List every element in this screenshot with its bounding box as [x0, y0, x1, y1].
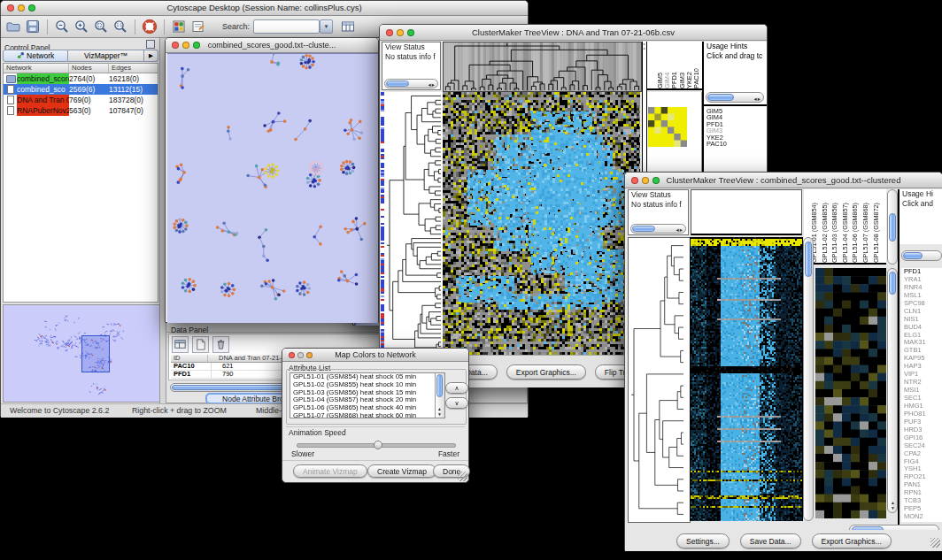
scroll-arrows[interactable]: ◂▸ [428, 81, 436, 88]
main-titlebar[interactable]: Cytoscape Desktop (Session Name: collins… [1, 1, 528, 16]
dna-column-label[interactable]: YKE2 [686, 44, 693, 88]
dna-column-label[interactable]: PAC10 [693, 44, 700, 88]
scroll-thumb[interactable] [903, 252, 923, 259]
tab-vizmapper[interactable]: VizMapper™ [68, 50, 144, 62]
search-dropdown-button[interactable]: ▼ [320, 19, 333, 34]
combined-zoom-heatmap[interactable] [815, 268, 886, 518]
attribute-up-button[interactable]: ∧ [445, 382, 468, 394]
float-panel-icon[interactable] [146, 40, 155, 49]
network-table-header[interactable]: Network Nodes Edges [4, 64, 158, 73]
scroll-thumb[interactable] [805, 242, 812, 277]
dna-column-label[interactable]: GIM3 [679, 44, 686, 88]
scroll-arrows[interactable]: ◂▸ [676, 226, 683, 234]
combined-column-label[interactable]: GPL51-08 (GSM872) [871, 191, 882, 263]
treeview-action-button[interactable]: Export Graphics... [812, 533, 892, 548]
tab-network[interactable]: Network [3, 50, 68, 62]
zoom-button[interactable] [407, 29, 414, 36]
attribute-item[interactable]: GPL51-01 (GSM854) heat shock 05 min [290, 373, 444, 381]
open-file-icon[interactable] [5, 19, 21, 35]
scroll-thumb[interactable] [632, 226, 655, 232]
treeview-dna-titlebar[interactable]: ClusterMaker TreeView : DNA and Tran 07-… [380, 25, 767, 41]
zoom-button[interactable] [193, 42, 200, 49]
combined-row-dendrogram[interactable] [628, 237, 691, 523]
combined-column-label[interactable]: GPL51-03 (GSM856) [830, 191, 840, 263]
resize-grip[interactable] [458, 472, 467, 481]
network-table-row[interactable]: combined_sco 2569(6) 13112(15) [4, 84, 158, 95]
combined-column-label[interactable]: GPL51-02 (GSM855) [820, 191, 830, 263]
attribute-list-vscrollbar[interactable]: ▲▼ [435, 373, 444, 418]
scroll-arrows[interactable]: ◂▸ [753, 95, 761, 103]
close-button[interactable] [631, 177, 638, 184]
scroll-arrows[interactable]: ▲▼ [891, 500, 895, 510]
treeview-combined-titlebar[interactable]: ClusterMaker TreeView : combined_scores_… [625, 173, 942, 188]
tab-overflow-button[interactable]: ▶ [144, 50, 158, 62]
animate-vizmap-button[interactable]: Animate Vizmap [293, 464, 367, 478]
resize-grip[interactable] [930, 538, 940, 548]
zoom-selected-icon[interactable] [93, 19, 109, 35]
network-overview-canvas[interactable] [4, 305, 159, 402]
labels-vscrollbar[interactable] [887, 189, 898, 265]
zoom-button[interactable] [28, 4, 35, 12]
view-status-scrollbar[interactable]: ◂▸ [630, 224, 686, 234]
attribute-item[interactable]: GPL51-06 (GSM865) heat shock 40 min [290, 404, 444, 412]
view-status-scrollbar[interactable]: ◂▸ [384, 79, 438, 88]
window-controls[interactable] [7, 4, 35, 12]
zoom-out-icon[interactable] [54, 19, 70, 35]
minimize-button[interactable] [182, 42, 189, 49]
zoom-vscrollbar[interactable]: ▲▼ [887, 268, 898, 513]
dna-column-label[interactable]: GIM5 [657, 44, 664, 88]
dna-heatmap[interactable] [443, 92, 640, 355]
network-titlebar[interactable]: combined_scores_good.txt--cluste... [166, 38, 378, 53]
attribute-select-icon[interactable] [172, 336, 189, 353]
scroll-thumb[interactable] [889, 213, 896, 242]
slider-thumb[interactable] [374, 441, 382, 449]
dialog-titlebar[interactable]: Map Colors to Network [282, 349, 468, 362]
treeview-action-button[interactable]: Save Data... [740, 533, 801, 548]
dna-column-dendrogram[interactable] [443, 42, 642, 92]
save-icon[interactable] [25, 19, 41, 35]
dna-row-dendrogram[interactable] [384, 92, 443, 355]
minimize-button[interactable] [18, 4, 25, 12]
attribute-item[interactable]: GPL51-02 (GSM855) heat shock 10 min [290, 381, 444, 389]
dna-column-label[interactable]: PFD1 [671, 44, 678, 88]
attribute-item[interactable]: GPL51-04 (GSM857) heat shock 20 min [290, 396, 444, 404]
attribute-listbox[interactable]: GPL51-01 (GSM854) heat shock 05 minGPL51… [290, 372, 445, 418]
dna-zoom-heatmap[interactable] [648, 107, 687, 147]
annotation-icon[interactable] [190, 19, 206, 35]
scroll-thumb[interactable] [436, 374, 443, 397]
minimize-button[interactable] [397, 29, 404, 36]
usage-hints-scrollbar[interactable]: ◂▸ [706, 92, 764, 103]
vizmapper-palette-icon[interactable] [171, 19, 187, 35]
network-table-row[interactable]: DNA and Tran 07 769(0) 183728(0) [4, 95, 158, 105]
combined-column-label[interactable]: GPL51-07 (GSM868) [861, 191, 871, 263]
combined-global-heatmap[interactable] [691, 237, 802, 521]
animation-speed-slider[interactable] [297, 443, 456, 448]
minimize-button[interactable] [297, 352, 304, 358]
zoom-button[interactable] [652, 177, 660, 184]
treeview-action-button[interactable]: Export Graphics... [506, 364, 586, 380]
zoom-in-icon[interactable] [73, 19, 89, 35]
scroll-thumb[interactable] [889, 272, 896, 295]
scroll-arrows[interactable]: ▲▼ [437, 407, 442, 417]
close-button[interactable] [7, 4, 14, 12]
scroll-thumb[interactable] [386, 81, 409, 87]
search-input[interactable] [253, 19, 320, 34]
zoom-button[interactable] [306, 352, 313, 358]
create-vizmap-button[interactable]: Create Vizmap [367, 464, 436, 478]
combined-column-label[interactable]: GPL51-06 (GSM865) [850, 191, 861, 263]
scroll-thumb[interactable] [707, 94, 734, 101]
new-attribute-icon[interactable] [192, 336, 209, 353]
gene-label[interactable]: MON2 [901, 513, 942, 521]
attribute-table-icon[interactable] [340, 19, 356, 35]
global-heatmap-vscrollbar[interactable] [803, 237, 814, 521]
network-canvas[interactable] [167, 53, 378, 323]
close-button[interactable] [172, 42, 179, 49]
network-table-row[interactable]: RNAPuberNov2+| 563(0) 107847(0) [4, 105, 158, 116]
network-table-row[interactable]: combined_scores 2764(0) 16218(0) [4, 73, 158, 84]
close-button[interactable] [386, 29, 393, 36]
zoom-fit-icon[interactable]: 1:1 [112, 19, 128, 35]
treeview-action-button[interactable]: Settings... [676, 533, 730, 548]
help-lifebuoy-icon[interactable] [142, 19, 158, 35]
usage-hints-scrollbar[interactable] [901, 250, 942, 261]
close-button[interactable] [289, 352, 295, 358]
